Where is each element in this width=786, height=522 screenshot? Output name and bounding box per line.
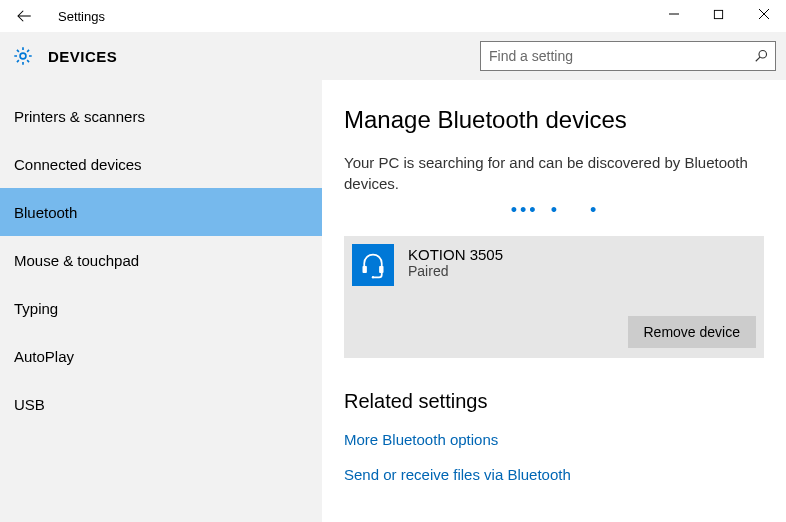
device-actions: Remove device: [352, 316, 756, 348]
device-card[interactable]: KOTION 3505 Paired Remove device: [344, 236, 764, 358]
sidebar: Printers & scanners Connected devices Bl…: [0, 80, 322, 522]
search-icon: [754, 49, 768, 63]
sidebar-item-label: Mouse & touchpad: [14, 252, 139, 269]
maximize-button[interactable]: [696, 0, 741, 28]
sidebar-item-label: USB: [14, 396, 45, 413]
close-button[interactable]: [741, 0, 786, 28]
sidebar-item-printers-scanners[interactable]: Printers & scanners: [0, 92, 322, 140]
sidebar-item-label: AutoPlay: [14, 348, 74, 365]
svg-rect-9: [379, 266, 383, 273]
link-send-receive-files[interactable]: Send or receive files via Bluetooth: [344, 466, 764, 483]
sidebar-item-autoplay[interactable]: AutoPlay: [0, 332, 322, 380]
minimize-button[interactable]: [651, 0, 696, 28]
sidebar-item-label: Bluetooth: [14, 204, 77, 221]
body-row: Printers & scanners Connected devices Bl…: [0, 80, 786, 522]
svg-rect-8: [363, 266, 367, 273]
sidebar-item-typing[interactable]: Typing: [0, 284, 322, 332]
back-button[interactable]: [10, 2, 38, 30]
sidebar-item-label: Printers & scanners: [14, 108, 145, 125]
title-bar: Settings: [0, 0, 786, 32]
searching-indicator: •••••: [344, 200, 764, 218]
sidebar-item-mouse-touchpad[interactable]: Mouse & touchpad: [0, 236, 322, 284]
header-band: DEVICES: [0, 32, 786, 80]
close-icon: [758, 8, 770, 20]
page-title: DEVICES: [48, 48, 117, 65]
header-left: DEVICES: [12, 45, 117, 67]
sidebar-item-bluetooth[interactable]: Bluetooth: [0, 188, 322, 236]
search-input[interactable]: [480, 41, 776, 71]
device-row: KOTION 3505 Paired: [352, 244, 756, 286]
svg-point-6: [759, 50, 767, 58]
settings-window: Settings DEVICES: [0, 0, 786, 522]
app-title: Settings: [58, 9, 105, 24]
title-bar-left: Settings: [10, 0, 105, 32]
gear-icon: [12, 45, 34, 67]
content-heading: Manage Bluetooth devices: [344, 106, 764, 134]
sidebar-item-label: Connected devices: [14, 156, 142, 173]
sidebar-item-connected-devices[interactable]: Connected devices: [0, 140, 322, 188]
maximize-icon: [713, 9, 724, 20]
svg-line-7: [756, 57, 760, 61]
device-info: KOTION 3505 Paired: [408, 244, 503, 279]
content-pane: Manage Bluetooth devices Your PC is sear…: [322, 80, 786, 522]
link-more-bluetooth-options[interactable]: More Bluetooth options: [344, 431, 764, 448]
svg-rect-2: [714, 10, 722, 18]
window-controls: [651, 0, 786, 28]
headset-icon: [352, 244, 394, 286]
svg-point-5: [20, 53, 26, 59]
svg-point-10: [372, 276, 374, 278]
device-status: Paired: [408, 263, 503, 279]
sidebar-item-usb[interactable]: USB: [0, 380, 322, 428]
sidebar-item-label: Typing: [14, 300, 58, 317]
search-wrapper: [480, 41, 776, 71]
minimize-icon: [668, 8, 680, 20]
arrow-left-icon: [15, 7, 33, 25]
remove-device-button[interactable]: Remove device: [628, 316, 757, 348]
related-settings: Related settings More Bluetooth options …: [344, 390, 764, 483]
related-heading: Related settings: [344, 390, 764, 413]
device-name: KOTION 3505: [408, 246, 503, 263]
bluetooth-status-text: Your PC is searching for and can be disc…: [344, 152, 754, 194]
